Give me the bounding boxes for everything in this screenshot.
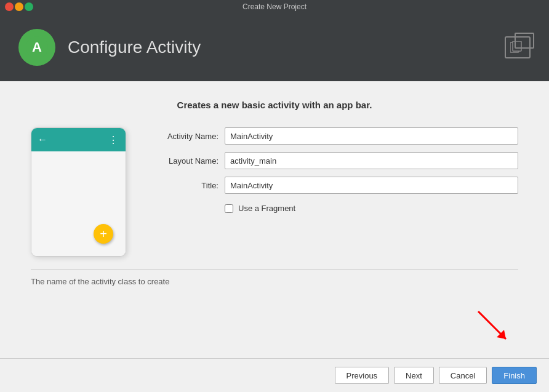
finish-button[interactable]: Finish — [492, 367, 537, 384]
header: A Configure Activity — [0, 14, 549, 81]
activity-name-label: Activity Name: — [151, 132, 218, 141]
phone-fab: + — [94, 224, 113, 244]
page-description: Creates a new basic activity with an app… — [31, 100, 518, 110]
maximize-button[interactable] — [25, 2, 33, 11]
next-button[interactable]: Next — [394, 367, 434, 384]
phone-back-icon: ← — [38, 134, 47, 145]
use-fragment-label[interactable]: Use a Fragment — [238, 204, 295, 213]
phone-app-bar: ← ⋮ — [31, 128, 126, 151]
page-title: Configure Activity — [68, 38, 201, 57]
layout-name-input[interactable] — [225, 152, 518, 169]
svg-rect-3 — [513, 41, 521, 51]
previous-button[interactable]: Previous — [335, 367, 390, 384]
layout-preview-icon — [505, 36, 531, 58]
info-section: The name of the activity class to create — [31, 269, 518, 286]
dual-screen-icon — [510, 41, 525, 54]
title-input[interactable] — [225, 177, 518, 194]
layout-name-row: Layout Name: — [151, 152, 518, 169]
activity-name-row: Activity Name: — [151, 127, 518, 145]
activity-name-input[interactable] — [225, 127, 518, 145]
minimize-button[interactable] — [15, 2, 23, 11]
window-title: Create New Project — [242, 2, 307, 11]
content-row: ← ⋮ + Activity Name: Layout Name: Title: — [31, 127, 518, 257]
app-logo: A — [18, 29, 55, 66]
title-bar: Create New Project — [0, 0, 549, 14]
android-logo-icon: A — [25, 35, 49, 60]
info-text: The name of the activity class to create — [31, 277, 169, 286]
phone-menu-icon: ⋮ — [108, 134, 119, 146]
phone-preview: ← ⋮ + — [31, 127, 126, 257]
svg-text:A: A — [32, 39, 42, 55]
use-fragment-checkbox[interactable] — [225, 204, 233, 213]
footer: Previous Next Cancel Finish — [0, 358, 549, 392]
layout-name-label: Layout Name: — [151, 156, 218, 166]
title-row: Title: — [151, 177, 518, 194]
phone-body: + — [31, 151, 126, 256]
window-controls[interactable] — [5, 2, 33, 11]
cancel-button[interactable]: Cancel — [439, 367, 487, 384]
form-section: Activity Name: Layout Name: Title: Use a… — [151, 127, 518, 213]
main-content: Creates a new basic activity with an app… — [0, 81, 549, 305]
close-button[interactable] — [5, 2, 14, 11]
finish-arrow — [472, 305, 515, 350]
fragment-checkbox-row: Use a Fragment — [225, 204, 518, 213]
title-label: Title: — [151, 181, 218, 190]
